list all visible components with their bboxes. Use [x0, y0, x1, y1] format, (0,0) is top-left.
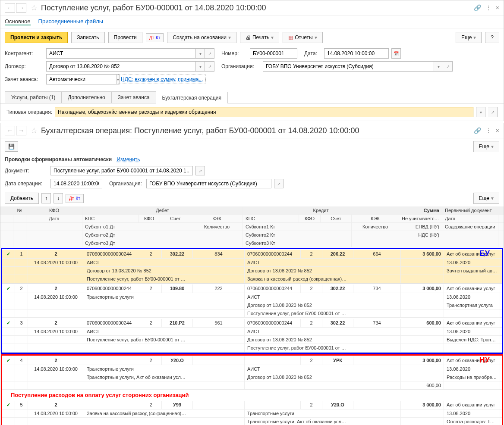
tab-accounting[interactable]: Бухгалтерская операция [156, 92, 228, 103]
typical-op-input[interactable] [55, 107, 473, 117]
panel2-title: Бухгалтерская операция: Поступление услу… [41, 126, 474, 135]
dtkt-icon[interactable]: ДтКт [66, 194, 84, 203]
tab-additional[interactable]: Дополнительно [61, 91, 111, 103]
more-icon[interactable]: ⋮ [485, 4, 491, 11]
nav-back[interactable]: ← [5, 126, 15, 135]
accounting-operation-panel: ← → ☆ Бухгалтерская операция: Поступлени… [0, 123, 504, 425]
contract-label: Договор: [5, 63, 44, 69]
favorite-icon[interactable]: ☆ [31, 3, 38, 12]
tab-advance[interactable]: Зачет аванса [111, 91, 156, 103]
vat-link[interactable]: НДС: включен в сумму, принима... [118, 75, 206, 84]
create-based-button[interactable]: Создать на основании [167, 32, 236, 43]
number-label: Номер: [221, 50, 247, 56]
dropdown-icon[interactable]: ▾ [195, 48, 205, 59]
grid-header-row3: Субконто1 Дт Количество Субконто1 Кт Кол… [0, 223, 504, 231]
auto-notice: Проводки сформированы автоматически Изме… [0, 155, 504, 164]
open-icon[interactable]: ↗ [488, 107, 498, 117]
open-icon[interactable]: ↗ [195, 166, 205, 175]
top-tabs: Основное Присоединенные файлы [0, 16, 504, 28]
entry-row[interactable]: ✓ 3 2 07060000000000244 2 210.Р2 561 070… [2, 318, 502, 353]
entry-row[interactable]: ✓ 4 2 2 У20.О 2 УРК 3 000,00 Акт об оказ… [2, 356, 502, 390]
date-input[interactable] [324, 48, 389, 59]
tab-main[interactable]: Основное [5, 18, 31, 25]
change-link[interactable]: Изменить [117, 156, 140, 162]
nav-back[interactable]: ← [5, 3, 15, 12]
check-icon: ✓ [6, 358, 10, 363]
opdate-input[interactable] [50, 179, 102, 188]
doc-input[interactable] [50, 166, 193, 175]
entry-row[interactable]: ✓ 5 2 2 У99 2 У20.О 3 000,00 Акт об оказ… [2, 400, 502, 425]
date-label: Дата: [304, 50, 321, 56]
help-button[interactable]: ? [485, 32, 499, 43]
number-input[interactable] [250, 48, 297, 59]
toolbar2: 💾 Еще [0, 138, 504, 155]
open-icon[interactable]: ↗ [205, 61, 214, 72]
org-label: Организация: [221, 63, 260, 69]
write-button[interactable]: Записать [71, 32, 104, 43]
sub-tabs: Услуги, работы (1) Дополнительно Зачет а… [0, 91, 504, 103]
calendar-icon[interactable]: 📅 [391, 48, 401, 59]
grid-toolbar: Добавить ↑ ↓ ДтКт Еще [0, 190, 504, 206]
opdate-label: Дата операции: [5, 181, 48, 187]
post-button[interactable]: Провести [108, 32, 142, 43]
form-area: Контрагент: ▾ ↗ Номер: Дата: 📅 Договор: … [0, 47, 504, 91]
entry-row[interactable]: ✓ 1 2 07060000000000244 2 302.22 834 070… [2, 249, 502, 284]
close-icon[interactable]: × [496, 4, 499, 11]
document-panel: ← → ☆ Поступление услуг, работ БУ00-0000… [0, 0, 504, 121]
toolbar: Провести и закрыть Записать Провести ДтК… [0, 28, 504, 47]
nav-forward[interactable]: → [16, 126, 26, 135]
red-annotation-1: Поступление расходов на оплату услуг сто… [2, 390, 502, 400]
reports-button[interactable]: ▦Отчеты [283, 32, 322, 43]
open-icon[interactable]: ↗ [205, 48, 214, 59]
dtkt-icon[interactable]: ДтКт [146, 33, 164, 42]
move-down-button[interactable]: ↓ [54, 193, 63, 203]
entries-grid: № КФО Дебет Кредит Сумма Первичный докум… [0, 206, 504, 425]
open-icon[interactable]: ↗ [274, 179, 284, 188]
entry-row[interactable]: ✓ 2 2 07060000000000244 2 109.80 222 070… [2, 284, 502, 318]
more-button[interactable]: Еще [456, 32, 482, 43]
check-icon: ✓ [6, 286, 10, 291]
doc-label: Документ: [5, 168, 48, 174]
dropdown-icon[interactable]: ▾ [434, 61, 443, 72]
dropdown-icon[interactable]: ▾ [195, 61, 205, 72]
add-button[interactable]: Добавить [5, 193, 39, 204]
counterparty-label: Контрагент: [5, 50, 44, 56]
check-icon: ✓ [6, 320, 10, 325]
more-button[interactable]: Еще [473, 141, 499, 152]
nu-annotation: НУ [479, 356, 490, 365]
document-title: Поступление услуг, работ БУ00-000001 от … [41, 3, 474, 12]
panel2-header: ← → ☆ Бухгалтерская операция: Поступлени… [0, 123, 504, 138]
check-icon: ✓ [6, 251, 10, 256]
advance-label: Зачет аванса: [5, 76, 44, 82]
group-bu: БУ ✓ 1 2 07060000000000244 2 302.22 834 … [1, 248, 503, 354]
more-icon[interactable]: ⋮ [485, 127, 491, 134]
group-nu: НУ ✓ 4 2 2 У20.О 2 УРК 3 000,00 Акт об о… [1, 354, 503, 425]
tab-services[interactable]: Услуги, работы (1) [5, 91, 62, 103]
grid-header-row2: Дата КПС КФО Счет КЭК КПС КФО Счет КЭК Н… [0, 215, 504, 223]
tab-files[interactable]: Присоединенные файлы [38, 18, 104, 25]
org-input[interactable] [263, 61, 434, 72]
print-button[interactable]: 🖨Печать [240, 32, 279, 43]
grid-header-row4: Субконто2 Дт Субконто2 Кт НДС (НУ) [0, 231, 504, 239]
nav-forward[interactable]: → [16, 3, 26, 12]
link-icon[interactable]: 🔗 [474, 4, 481, 11]
bu-annotation: БУ [479, 249, 490, 258]
link-icon[interactable]: 🔗 [474, 127, 481, 134]
check-icon: ✓ [6, 402, 10, 407]
favorite-icon[interactable]: ☆ [31, 126, 38, 135]
advance-input[interactable] [46, 74, 117, 84]
typical-operation-row: Типовая операция: ▾ ↗ [0, 103, 504, 121]
save-icon[interactable]: 💾 [5, 141, 18, 152]
move-up-button[interactable]: ↑ [41, 193, 51, 203]
entries-container: БУ ✓ 1 2 07060000000000244 2 302.22 834 … [0, 248, 504, 425]
grid-more-button[interactable]: Еще [473, 193, 499, 204]
dropdown-icon[interactable]: ▾ [476, 107, 485, 117]
open-icon[interactable]: ↗ [443, 61, 453, 72]
close-icon[interactable]: × [496, 127, 499, 134]
post-close-button[interactable]: Провести и закрыть [5, 32, 68, 43]
counterparty-input[interactable] [46, 48, 195, 59]
grid-header-row5: Субконто3 Дт Субконто3 Кт [0, 239, 504, 247]
grid-header-row1: № КФО Дебет Кредит Сумма Первичный докум… [0, 206, 504, 215]
org2-input[interactable] [146, 179, 271, 188]
contract-input[interactable] [46, 61, 195, 72]
